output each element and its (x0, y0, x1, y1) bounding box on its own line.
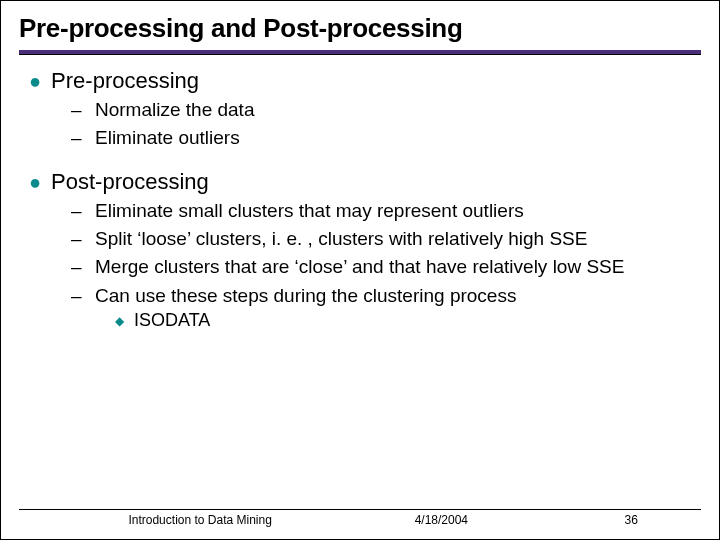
dash-icon: – (71, 284, 83, 308)
footer: Introduction to Data Mining 4/18/2004 36 (19, 509, 701, 527)
list-item-text: Split ‘loose’ clusters, i. e. , clusters… (95, 227, 587, 251)
footer-date: 4/18/2004 (319, 513, 563, 527)
bullet-level2: – Eliminate small clusters that may repr… (71, 199, 693, 223)
section-heading: Post-processing (51, 169, 209, 195)
bullet-level2: – Eliminate outliers (71, 126, 693, 150)
title-rule (19, 50, 701, 54)
slide-title: Pre-processing and Post-processing (19, 13, 701, 44)
footer-rule (19, 509, 701, 510)
footer-page-number: 36 (563, 513, 699, 527)
list-item-text: Eliminate small clusters that may repres… (95, 199, 524, 223)
content-area: ● Pre-processing – Normalize the data – … (19, 68, 701, 331)
dash-icon: – (71, 199, 83, 223)
bullet-level1: ● Pre-processing (23, 68, 693, 94)
footer-left: Introduction to Data Mining (21, 513, 319, 527)
section-heading: Pre-processing (51, 68, 199, 94)
list-item-text: Normalize the data (95, 98, 254, 122)
dash-icon: – (71, 126, 83, 150)
bullet-level1: ● Post-processing (23, 169, 693, 195)
bullet-level3: ◆ ISODATA (115, 310, 693, 331)
dash-icon: – (71, 98, 83, 122)
list-item-text: Eliminate outliers (95, 126, 240, 150)
diamond-icon: ◆ (115, 314, 124, 328)
bullet-level2: – Can use these steps during the cluster… (71, 284, 693, 308)
disc-icon: ● (29, 169, 41, 195)
list-item-text: ISODATA (134, 310, 210, 331)
list-item-text: Merge clusters that are ‘close’ and that… (95, 255, 624, 279)
footer-row: Introduction to Data Mining 4/18/2004 36 (19, 513, 701, 527)
dash-icon: – (71, 255, 83, 279)
list-item-text: Can use these steps during the clusterin… (95, 284, 516, 308)
slide: Pre-processing and Post-processing ● Pre… (0, 0, 720, 540)
dash-icon: – (71, 227, 83, 251)
disc-icon: ● (29, 68, 41, 94)
bullet-level2: – Merge clusters that are ‘close’ and th… (71, 255, 693, 279)
bullet-level2: – Split ‘loose’ clusters, i. e. , cluste… (71, 227, 693, 251)
bullet-level2: – Normalize the data (71, 98, 693, 122)
